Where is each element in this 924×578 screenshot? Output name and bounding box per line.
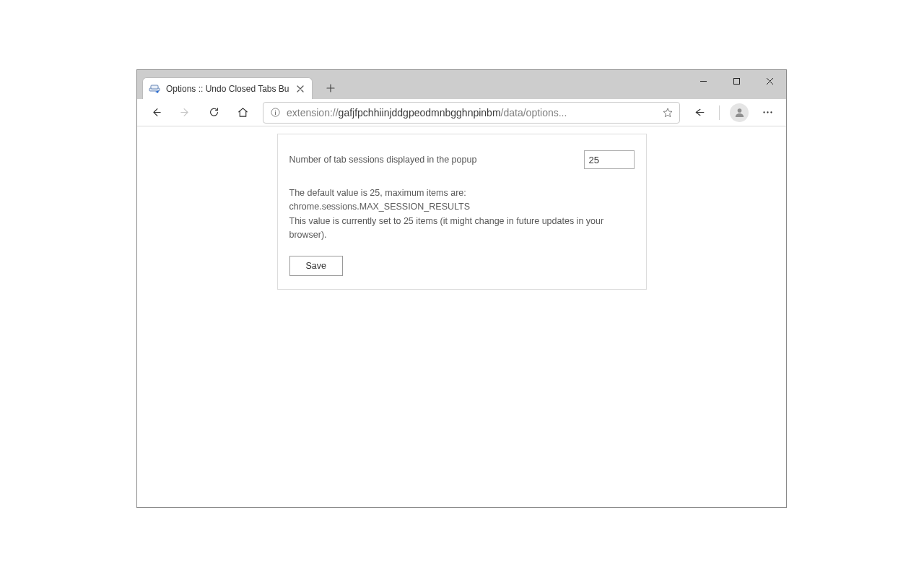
back-button[interactable] xyxy=(143,101,169,124)
home-button[interactable] xyxy=(230,101,256,124)
toolbar-separator xyxy=(719,105,720,120)
more-menu-button[interactable] xyxy=(754,101,780,124)
refresh-button[interactable] xyxy=(201,101,227,124)
url-path: /data/options... xyxy=(501,107,567,118)
url-text: extension://gafjfpchhiinjddgpeodmnbgghnp… xyxy=(287,107,656,118)
svg-rect-1 xyxy=(151,85,158,89)
profile-avatar[interactable] xyxy=(730,103,749,122)
desc-line-2: This value is currently set to 25 items … xyxy=(289,215,635,243)
svg-point-8 xyxy=(770,111,772,113)
address-bar[interactable]: extension://gafjfpchhiinjddgpeodmnbgghnp… xyxy=(263,102,680,124)
sessions-input[interactable] xyxy=(584,150,635,169)
tab-active[interactable]: Options :: Undo Closed Tabs Butt xyxy=(142,77,313,99)
tab-favicon-icon xyxy=(149,83,160,95)
new-tab-button[interactable] xyxy=(320,77,341,99)
svg-rect-2 xyxy=(733,78,739,84)
window-close-button[interactable] xyxy=(753,70,786,92)
browser-window: Options :: Undo Closed Tabs Butt xyxy=(136,69,787,508)
forward-button[interactable] xyxy=(172,101,198,124)
url-host: gafjfpchhiinjddgpeodmnbgghnpinbm xyxy=(339,107,501,118)
titlebar: Options :: Undo Closed Tabs Butt xyxy=(137,70,786,99)
options-description: The default value is 25, maximum items a… xyxy=(289,186,635,243)
maximize-button[interactable] xyxy=(720,70,753,92)
url-prefix: extension:// xyxy=(287,107,339,118)
sessions-label: Number of tab sessions displayed in the … xyxy=(289,155,477,165)
tab-strip: Options :: Undo Closed Tabs Butt xyxy=(137,70,341,99)
desc-line-1: The default value is 25, maximum items a… xyxy=(289,186,635,215)
share-button[interactable] xyxy=(686,101,712,124)
svg-point-6 xyxy=(763,111,764,113)
window-controls xyxy=(687,70,786,93)
tab-title: Options :: Undo Closed Tabs Butt xyxy=(166,84,289,94)
site-info-icon[interactable] xyxy=(269,107,281,118)
favorite-star-icon[interactable] xyxy=(662,107,674,118)
toolbar: extension://gafjfpchhiinjddgpeodmnbgghnp… xyxy=(137,99,786,126)
options-card: Number of tab sessions displayed in the … xyxy=(277,134,647,290)
tab-close-icon[interactable] xyxy=(295,83,306,95)
svg-point-5 xyxy=(737,108,741,113)
save-button[interactable]: Save xyxy=(289,256,344,276)
minimize-button[interactable] xyxy=(687,70,720,92)
svg-point-4 xyxy=(274,110,275,111)
page-content: Number of tab sessions displayed in the … xyxy=(137,126,786,507)
sessions-row: Number of tab sessions displayed in the … xyxy=(289,150,635,169)
svg-point-7 xyxy=(767,111,768,113)
